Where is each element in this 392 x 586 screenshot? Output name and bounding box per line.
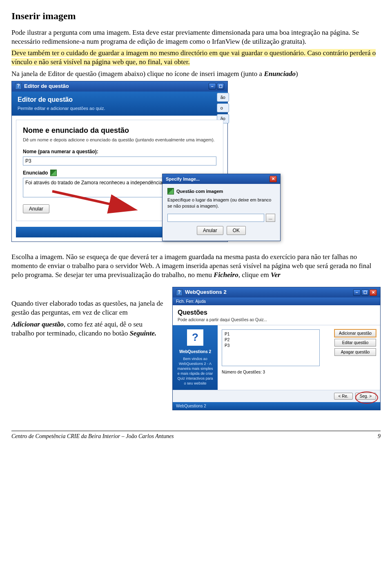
- mid-paragraph: Escolha a imagem. Não se esqueça de que …: [11, 253, 381, 280]
- name-input[interactable]: [23, 157, 216, 166]
- minimize-button[interactable]: −: [353, 289, 361, 296]
- page-footer: Centro de Competência CRIE da Beira Inte…: [11, 431, 381, 440]
- list-item[interactable]: P2: [225, 337, 317, 343]
- anular-button[interactable]: Anular: [23, 204, 49, 213]
- page-heading: Inserir imagem: [11, 10, 381, 22]
- help-icon: ?: [15, 83, 22, 89]
- help-icon: ?: [176, 289, 183, 296]
- wq-main-panel: P1 P2 P3 Adicionar questão Editar questã…: [218, 325, 380, 390]
- wq-footer: < Re. Seg. >: [173, 390, 380, 402]
- specify-title-bar: Specify Image... ✕: [163, 174, 280, 184]
- editor-banner-sub: Permite editar e adicionar questões ao q…: [18, 105, 222, 111]
- add-question-button[interactable]: Adicionar questão: [334, 329, 376, 337]
- tab-stub[interactable]: o: [217, 103, 229, 112]
- enunciado-label: Enunciado: [23, 170, 48, 177]
- intro-p3: Na janela de Editor de questão (imagem a…: [11, 69, 381, 78]
- question-count: Número de Questões: 3: [222, 369, 376, 375]
- footer-text: Centro de Competência CRIE da Beira Inte…: [11, 433, 174, 440]
- intro-p2: Deve também ter o cuidado de guardar a i…: [11, 49, 381, 67]
- left-instructions: Quando tiver elaborado todas as questões…: [11, 299, 166, 340]
- wq-side-title: WebQuestions 2: [176, 349, 214, 355]
- intro-p1: Pode ilustrar a pergunta com uma imagem.…: [11, 28, 381, 46]
- tab-stub[interactable]: ão: [217, 93, 229, 102]
- editor-banner: Editor de questão Permite editar e adici…: [12, 92, 227, 116]
- editor-banner-title: Editor de questão: [18, 96, 222, 104]
- questions-listbox[interactable]: P1 P2 P3: [222, 329, 320, 366]
- next-button[interactable]: Seg. >: [355, 393, 376, 400]
- specify-title-text: Specify Image...: [166, 176, 200, 182]
- delete-question-button[interactable]: Apagar questão: [334, 348, 376, 356]
- wq-menu-bar[interactable]: Fich. Ferr. Ajuda: [173, 297, 380, 305]
- page-number: 9: [378, 433, 381, 440]
- maximize-button[interactable]: ☐: [217, 83, 224, 89]
- name-label: Nome (para numerar a questão):: [23, 149, 216, 155]
- spec-ok-button[interactable]: OK: [227, 226, 246, 235]
- edit-question-button[interactable]: Editar questão: [334, 339, 376, 347]
- panel-title: Nome e enunciado da questão: [23, 126, 216, 135]
- list-item[interactable]: P1: [225, 331, 317, 337]
- close-icon[interactable]: ✕: [270, 176, 277, 182]
- wq-banner: Questões Pode adicionar a partir daqui Q…: [173, 305, 380, 325]
- minimize-button[interactable]: −: [209, 83, 216, 89]
- specify-heading: Questão com imagem: [176, 188, 223, 194]
- wq-banner-title: Questões: [178, 309, 375, 317]
- browse-button[interactable]: ...: [266, 214, 275, 222]
- webquestions-window: ? WebQuestions 2 − ☐ ✕ Fich. Ferr. Ajuda…: [172, 287, 381, 410]
- wq-title-bar: ? WebQuestions 2 − ☐ ✕: [173, 287, 380, 297]
- question-mark-icon: ?: [187, 329, 203, 346]
- specify-image-dialog: Specify Image... ✕ Questão com imagem Es…: [162, 174, 281, 242]
- wq-sidebar: ? WebQuestions 2 Bem vindos ao WebQuesti…: [173, 325, 218, 390]
- specify-text: Especifique o lugar da imagem (ou deixe …: [167, 197, 275, 209]
- editor-title-text: Editor de questão: [24, 83, 69, 90]
- image-path-input[interactable]: [167, 214, 264, 222]
- wq-title-text: WebQuestions 2: [185, 289, 227, 296]
- list-item[interactable]: P3: [225, 343, 317, 349]
- editor-window: ? Editor de questão − ☐ Editor de questã…: [11, 81, 228, 242]
- back-button[interactable]: < Re.: [334, 393, 353, 400]
- maximize-button[interactable]: ☐: [361, 289, 369, 296]
- wq-status-bar: WebQuestions 2: [173, 402, 380, 410]
- wq-banner-sub: Pode adicionar a partir daqui Questões a…: [178, 317, 375, 322]
- panel-subtitle: Dê um nome e depois adicione o enunciado…: [23, 137, 216, 143]
- insert-image-icon[interactable]: [50, 170, 57, 176]
- spec-anular-button[interactable]: Anular: [197, 226, 223, 235]
- editor-title-bar: ? Editor de questão − ☐: [12, 81, 227, 92]
- wq-side-text: Bem vindos ao WebQuestions 2 - A maneira…: [176, 356, 214, 386]
- image-icon: [167, 188, 174, 195]
- close-icon[interactable]: ✕: [370, 289, 377, 296]
